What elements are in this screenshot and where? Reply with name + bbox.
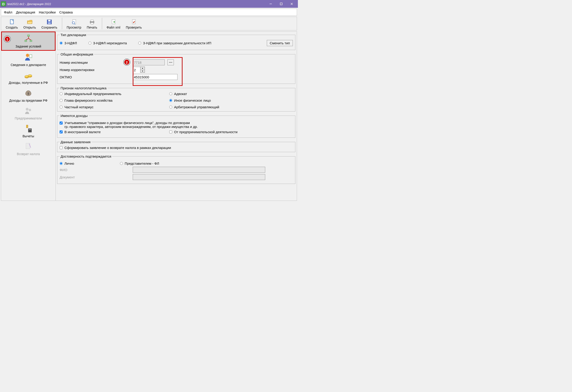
- radio-self[interactable]: Лично: [60, 161, 74, 165]
- svg-text:$: $: [28, 92, 29, 95]
- input-doc: [133, 174, 265, 180]
- entrepreneurs-icon: [24, 106, 33, 116]
- tool-preview[interactable]: Просмотр: [64, 18, 84, 30]
- file-xml-icon: [110, 19, 117, 25]
- checkbox-foreign-currency[interactable]: В иностранной валюте: [60, 130, 169, 134]
- svg-point-39: [170, 62, 171, 63]
- sidebar-item-income-abroad[interactable]: $ Доходы за пределами РФ: [1, 86, 56, 104]
- legend-reliability: Достоверность подтверждается: [60, 155, 112, 158]
- change-type-button[interactable]: Сменить тип: [267, 40, 293, 46]
- radio-arbitr[interactable]: Арбитражный управляющий: [169, 105, 293, 109]
- radio-farm[interactable]: Глава фермерского хозяйства: [60, 98, 169, 102]
- checkbox-entrepreneur-income[interactable]: От предпринимательской деятельности: [169, 130, 293, 134]
- radio-3ndfl[interactable]: 3-НДФЛ: [60, 41, 77, 45]
- spinner-correction[interactable]: ▲ ▼: [133, 67, 145, 73]
- menu-file[interactable]: Файл: [2, 10, 14, 15]
- radio-3ndfl-ip-close[interactable]: 3-НДФЛ при завершении деятельности ИП: [138, 41, 211, 45]
- tool-open[interactable]: Открыть: [21, 18, 39, 30]
- svg-rect-1: [280, 3, 282, 5]
- legend-income: Имеются доходы: [60, 114, 89, 118]
- input-fio: [133, 167, 265, 173]
- svg-point-23: [26, 54, 29, 57]
- radio-3ndfl-nonresident[interactable]: 3-НДФЛ нерезидента: [88, 41, 127, 45]
- close-button[interactable]: [286, 0, 297, 7]
- check-icon: [131, 19, 137, 25]
- svg-point-35: [30, 129, 31, 130]
- window-title: test2022.dc2 - Декларация 2022: [7, 2, 265, 6]
- new-file-icon: [9, 19, 15, 25]
- toolbar: Создать Открыть Сохранить Просмотр Печат…: [1, 17, 297, 30]
- radio-notary[interactable]: Частный нотариус: [60, 105, 169, 109]
- tool-save[interactable]: Сохранить: [39, 18, 60, 30]
- deductions-icon: [24, 124, 33, 133]
- svg-rect-13: [91, 20, 93, 21]
- label-doc: Документ: [60, 175, 133, 179]
- button-inspection-browse[interactable]: [167, 59, 174, 65]
- svg-rect-16: [132, 20, 135, 24]
- svg-rect-8: [48, 22, 51, 24]
- fieldset-general: Общая информация 2 Номер инспекции Номер…: [57, 52, 295, 84]
- svg-point-38: [169, 62, 170, 63]
- coins-icon: [24, 70, 33, 80]
- menu-help[interactable]: Справка: [58, 10, 74, 15]
- radio-ip[interactable]: Индивидуальный предприниматель: [60, 92, 169, 96]
- radio-lawyer[interactable]: Адвокат: [169, 92, 293, 96]
- conditions-icon: [24, 34, 33, 44]
- legend-general: Общая информация: [60, 52, 94, 56]
- checkbox-form-refund-application[interactable]: Сформировать заявление о возврате налога…: [60, 146, 293, 150]
- sidebar-item-conditions[interactable]: 1 Задание условий: [1, 31, 56, 51]
- person-icon: [24, 53, 33, 62]
- content-panel: Тип декларации 3-НДФЛ 3-НДФЛ нерезидента…: [56, 31, 297, 201]
- legend-decl-type: Тип декларации: [60, 33, 87, 37]
- sidebar: 1 Задание условий Сведения о декларанте …: [1, 31, 56, 201]
- svg-rect-18: [25, 40, 27, 42]
- menu-declaration[interactable]: Декларация: [15, 10, 36, 15]
- toolbar-separator: [102, 18, 102, 29]
- sidebar-item-entrepreneurs: Предприниматели: [1, 104, 56, 122]
- tool-filexml[interactable]: Файл xml: [104, 18, 123, 30]
- fieldset-reliability: Достоверность подтверждается Лично Предс…: [57, 155, 295, 184]
- label-correction: Номер корректировки: [60, 68, 133, 72]
- tool-check[interactable]: Проверить: [123, 18, 144, 30]
- tool-print[interactable]: Печать: [84, 18, 100, 30]
- svg-point-28: [28, 75, 32, 77]
- save-icon: [46, 19, 52, 25]
- label-fio: ФИО: [60, 168, 133, 172]
- svg-line-21: [26, 38, 29, 40]
- marker-2: 2: [124, 59, 130, 65]
- legend-application: Данные заявления: [60, 140, 91, 144]
- input-correction[interactable]: [133, 67, 140, 73]
- ellipsis-icon: [169, 61, 173, 63]
- folder-open-icon: [27, 19, 33, 25]
- refund-icon: [24, 142, 33, 151]
- svg-rect-7: [48, 20, 51, 21]
- app-icon: D: [1, 1, 6, 6]
- fieldset-income: Имеются доходы Учитываемые "справками о …: [57, 114, 295, 138]
- input-inspection: [133, 59, 165, 65]
- input-oktmo[interactable]: [133, 74, 177, 80]
- sidebar-item-deductions[interactable]: Вычеты: [1, 122, 56, 140]
- titlebar: D test2022.dc2 - Декларация 2022: [0, 0, 298, 8]
- menu-settings[interactable]: Настройки: [37, 10, 57, 15]
- radio-other[interactable]: Иное физическое лицо: [169, 98, 293, 102]
- fieldset-application: Данные заявления Сформировать заявление …: [57, 140, 295, 152]
- svg-rect-14: [91, 23, 93, 24]
- spinner-up[interactable]: ▲: [141, 67, 144, 70]
- preview-icon: [71, 19, 77, 25]
- money-bag-icon: $: [24, 88, 33, 98]
- maximize-button[interactable]: [276, 0, 286, 7]
- svg-point-33: [29, 129, 30, 130]
- label-inspection: Номер инспекции: [60, 61, 133, 64]
- spinner-down[interactable]: ▼: [141, 70, 144, 73]
- minimize-button[interactable]: [265, 0, 276, 7]
- sidebar-item-declarant[interactable]: Сведения о декларанте: [1, 51, 56, 68]
- svg-point-30: [26, 108, 29, 110]
- svg-line-22: [29, 38, 31, 40]
- checkbox-income-main[interactable]: Учитываемые "справками о доходах физичес…: [60, 121, 198, 129]
- legend-taxpayer: Признак налогоплательщика: [60, 86, 107, 90]
- svg-rect-24: [30, 55, 32, 58]
- label-oktmo: ОКТМО: [60, 75, 133, 79]
- sidebar-item-income-rf[interactable]: Доходы, полученные в РФ: [1, 68, 56, 86]
- tool-create[interactable]: Создать: [3, 18, 21, 30]
- radio-representative[interactable]: Представителем - ФЛ: [120, 161, 159, 165]
